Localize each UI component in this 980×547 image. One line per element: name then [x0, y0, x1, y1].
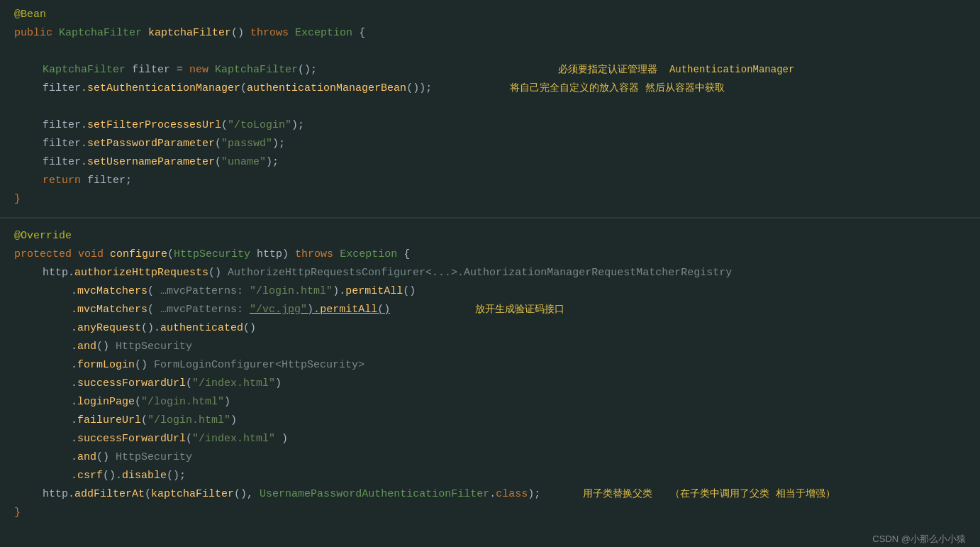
string-index-html2: "/index.html"	[192, 431, 275, 448]
hint-and2: HttpSecurity	[116, 449, 192, 466]
plain-filter-return: filter;	[81, 172, 132, 189]
method-permit-all2: permitAll	[320, 302, 377, 319]
line-and2: .and() HttpSecurity	[0, 448, 980, 467]
line-set-filter-url: filter.setFilterProcessesUrl("/toLogin")…	[0, 116, 980, 135]
plain-parens1: ()	[231, 25, 250, 42]
plain-paren-login2: )	[224, 394, 230, 411]
type-kaptchafilter-new: KaptchaFilter	[215, 62, 298, 79]
line-set-auth-manager: filter.setAuthenticationManager(authenti…	[0, 79, 980, 98]
annotation-bean: @Bean	[14, 6, 46, 23]
plain-paren-success1b: )	[275, 375, 282, 392]
plain-filter-dot1: filter.	[43, 80, 87, 97]
kw-new: new	[189, 62, 215, 79]
string-uname: "uname"	[221, 154, 266, 171]
type-username-auth-filter: UsernamePasswordAuthenticationFilter	[260, 486, 489, 503]
type-kaptchafilter-return: KaptchaFilter	[59, 25, 148, 42]
plain-paren-url: (	[221, 117, 228, 134]
hint-authorizehttp: AuthorizeHttpRequestsConfigurer<...>.Aut…	[228, 265, 732, 282]
kw-throws: throws	[250, 25, 295, 42]
hint-form-login: FormLoginConfigurer<HttpSecurity>	[154, 357, 364, 374]
plain-dot-login: .	[71, 394, 77, 411]
plain-paren-url2: );	[291, 117, 304, 134]
plain-paren-failure2: )	[230, 412, 237, 429]
line-annotation-bean: @Bean	[0, 6, 980, 24]
section-divider	[0, 217, 980, 219]
code-container: @Bean public KaptchaFilter kaptchaFilter…	[0, 0, 980, 547]
kw-protected-void: protected void	[14, 246, 110, 263]
comment-auth-manager: 必须要指定认证管理器 AuthenticationManager	[558, 62, 794, 77]
method-authenticated: authenticated	[160, 320, 243, 337]
line-empty1	[0, 43, 980, 61]
method-kaptchafilter: kaptchaFilter	[148, 25, 231, 42]
method-success-forward1: successForwardUrl	[77, 375, 186, 392]
plain-dot-csrf: .	[71, 468, 77, 485]
string-vc-jpg: "/vc.jpg"	[250, 302, 307, 319]
plain-dot-failure: .	[71, 412, 77, 429]
method-kaptchafilter-ref: kaptchaFilter	[151, 486, 234, 503]
plain-paren-and2: ()	[96, 449, 116, 466]
method-set-username: setUsernameParameter	[87, 154, 215, 171]
line-return-filter: return filter;	[0, 172, 980, 190]
line-new-kaptchafilter: KaptchaFilter filter = new KaptchaFilter…	[0, 61, 980, 79]
hint-and1: HttpSecurity	[116, 338, 192, 355]
type-httpsecurity: HttpSecurity	[174, 246, 250, 263]
plain-paren-disable: ();	[167, 468, 186, 485]
string-index-html1: "/index.html"	[192, 375, 275, 392]
method-set-auth-mgr: setAuthenticationManager	[87, 80, 240, 97]
plain-brace-open1: {	[352, 25, 365, 42]
type-exception1: Exception	[295, 25, 352, 42]
kw-close-brace2: }	[14, 504, 21, 521]
method-login-page: loginPage	[77, 394, 135, 411]
method-csrf: csrf	[77, 468, 103, 485]
string-login-html: "/login.html"	[250, 283, 333, 300]
line-form-login: .formLogin() FormLoginConfigurer<HttpSec…	[0, 356, 980, 375]
kw-throws2: throws	[295, 246, 340, 263]
plain-dot-form: .	[71, 357, 77, 374]
plain-paren-pw: (	[215, 136, 221, 153]
method-failure-url: failureUrl	[77, 412, 141, 429]
kw-public: public	[14, 25, 59, 42]
plain-dot-success1: .	[71, 375, 77, 392]
plain-paren-add2: );	[528, 486, 540, 503]
method-disable: disable	[122, 468, 167, 485]
type-kaptchafilter-var: KaptchaFilter	[43, 62, 126, 79]
plain-brace-open2: {	[397, 246, 410, 263]
line-any-request: .anyRequest().authenticated()	[0, 319, 980, 338]
method-any-request: anyRequest	[77, 320, 141, 337]
plain-paren-failure: (	[141, 412, 147, 429]
line-annotation-override: @Override	[0, 227, 980, 245]
comment-put-container: 将自己完全自定义的放入容器 然后从容器中获取	[510, 80, 724, 96]
line-and1: .and() HttpSecurity	[0, 338, 980, 356]
line-method-signature: public KaptchaFilter kaptchaFilter() thr…	[0, 24, 980, 43]
kw-return: return	[43, 172, 81, 189]
watermark: CSDN @小那么小小猿	[0, 528, 980, 547]
plain-filter-dot3: filter.	[43, 136, 87, 153]
string-login-html3: "/login.html"	[147, 412, 230, 429]
line-configure-signature: protected void configure(HttpSecurity ht…	[0, 245, 980, 264]
method-authorize-http: authorizeHttpRequests	[74, 265, 208, 282]
kw-class: class	[496, 486, 528, 503]
plain-dot-any: .	[71, 320, 77, 337]
plain-paren-pw2: );	[272, 136, 285, 153]
method-and1: and	[77, 338, 96, 355]
plain-paren-un: (	[215, 154, 221, 171]
plain-perm-all2: ).	[307, 302, 320, 319]
method-configure: configure	[110, 246, 167, 263]
plain-paren-success1: (	[186, 375, 192, 392]
method-add-filter-at: addFilterAt	[74, 486, 145, 503]
hint-mvc2: …mvcPatterns:	[160, 302, 250, 319]
method-set-password: setPasswordParameter	[87, 136, 215, 153]
configure-method-block: @Override protected void configure(HttpS…	[0, 221, 980, 528]
plain-paren-auth2: ());	[406, 80, 432, 97]
line-add-filter-at: http.addFilterAt(kaptchaFilter(), Userna…	[0, 485, 980, 504]
line-set-password-param: filter.setPasswordParameter("passwd");	[0, 135, 980, 153]
line-success-forward1: .successForwardUrl("/index.html")	[0, 375, 980, 393]
annotation-override: @Override	[14, 228, 72, 245]
method-auth-mgr-bean: authenticationManagerBean	[247, 80, 406, 97]
method-form-login: formLogin	[77, 357, 135, 374]
plain-paren-and1: ()	[96, 338, 116, 355]
plain-paren-csrf: ().	[103, 468, 122, 485]
plain-paren-login: (	[135, 394, 141, 411]
string-login-html2: "/login.html"	[141, 394, 224, 411]
plain-paren-auth2: ()	[243, 320, 256, 337]
